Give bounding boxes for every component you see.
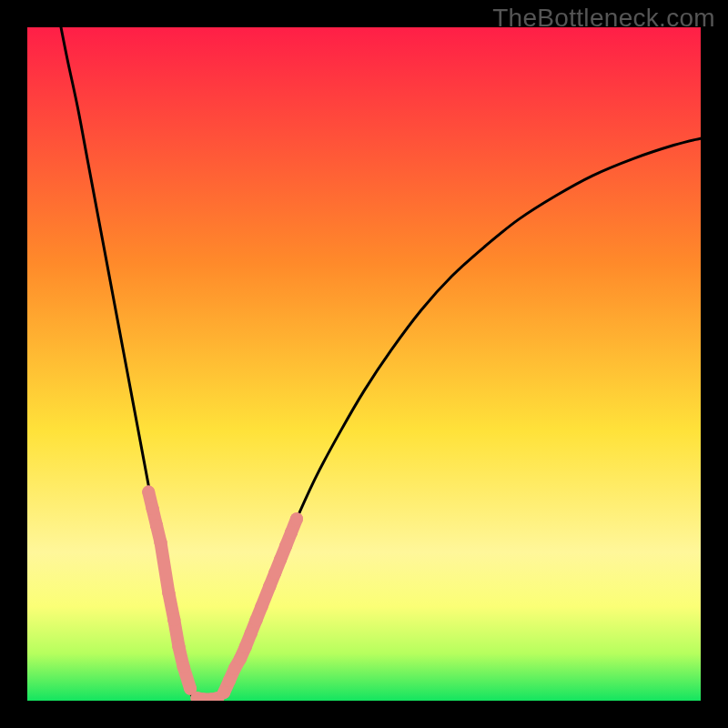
gradient-background xyxy=(27,27,701,701)
marker-dot xyxy=(245,627,258,640)
marker-dot xyxy=(217,686,230,699)
marker-dot xyxy=(256,600,268,612)
marker-dot xyxy=(285,526,298,539)
marker-dot xyxy=(142,486,155,499)
marker-segment xyxy=(161,542,169,593)
marker-dot xyxy=(173,641,186,653)
marker-dot xyxy=(268,566,281,579)
outer-frame: TheBottleneck.com xyxy=(0,0,728,728)
plot-area xyxy=(27,27,701,701)
marker-dot xyxy=(290,512,303,525)
chart-svg xyxy=(27,27,701,701)
marker-dot xyxy=(250,613,263,626)
marker-dot xyxy=(167,613,180,626)
marker-dot xyxy=(239,641,252,653)
marker-dot xyxy=(279,540,292,552)
marker-dot xyxy=(234,652,247,665)
watermark-label: TheBottleneck.com xyxy=(492,4,715,33)
marker-dot xyxy=(274,553,287,566)
marker-dot xyxy=(177,661,190,673)
marker-dot xyxy=(263,580,276,592)
marker-dot xyxy=(147,502,159,515)
marker-dot xyxy=(223,674,236,687)
marker-dot xyxy=(150,520,163,532)
marker-dot xyxy=(162,587,175,600)
marker-dot xyxy=(155,536,167,549)
